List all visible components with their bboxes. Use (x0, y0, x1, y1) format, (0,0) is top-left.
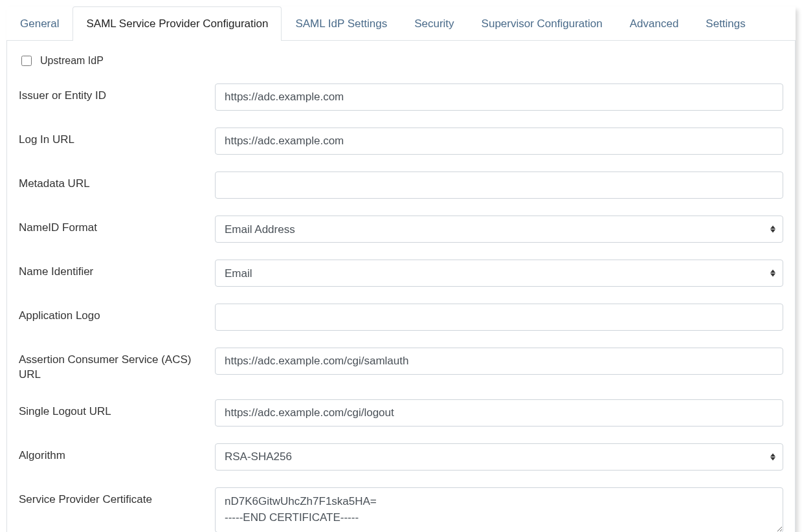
tab-general[interactable]: General (6, 6, 72, 41)
login-url-input[interactable] (215, 127, 783, 155)
tab-saml-sp-config[interactable]: SAML Service Provider Configuration (72, 6, 282, 41)
app-logo-label: Application Logo (19, 304, 215, 324)
login-url-label: Log In URL (19, 127, 215, 148)
tab-supervisor-config[interactable]: Supervisor Configuration (468, 6, 616, 41)
nameid-format-select[interactable]: Email Address (215, 216, 783, 243)
sp-cert-textarea[interactable] (215, 487, 783, 532)
issuer-input[interactable] (215, 83, 783, 111)
issuer-label: Issuer or Entity ID (19, 83, 215, 104)
algorithm-label: Algorithm (19, 443, 215, 463)
acs-url-label: Assertion Consumer Service (ACS) URL (19, 348, 215, 382)
tab-settings[interactable]: Settings (692, 6, 759, 41)
slo-url-input[interactable] (215, 399, 783, 427)
upstream-idp-checkbox[interactable] (21, 56, 32, 66)
acs-url-input[interactable] (215, 348, 783, 375)
name-identifier-select[interactable]: Email (215, 260, 783, 287)
tab-advanced[interactable]: Advanced (616, 6, 693, 41)
upstream-idp-label: Upstream IdP (40, 55, 104, 67)
nameid-format-label: NameID Format (19, 216, 215, 236)
name-identifier-label: Name Identifier (19, 260, 215, 280)
app-logo-input[interactable] (215, 304, 783, 331)
tab-content: Upstream IdP Issuer or Entity ID Log In … (6, 41, 796, 532)
tabbar: General SAML Service Provider Configurat… (6, 6, 796, 41)
slo-url-label: Single Logout URL (19, 399, 215, 419)
sp-cert-label: Service Provider Certificate (19, 487, 215, 507)
config-panel: General SAML Service Provider Configurat… (6, 6, 796, 532)
metadata-url-label: Metadata URL (19, 172, 215, 192)
algorithm-select[interactable]: RSA-SHA256 (215, 443, 783, 471)
metadata-url-input[interactable] (215, 172, 783, 199)
tab-saml-idp-settings[interactable]: SAML IdP Settings (282, 6, 401, 41)
tab-security[interactable]: Security (401, 6, 467, 41)
